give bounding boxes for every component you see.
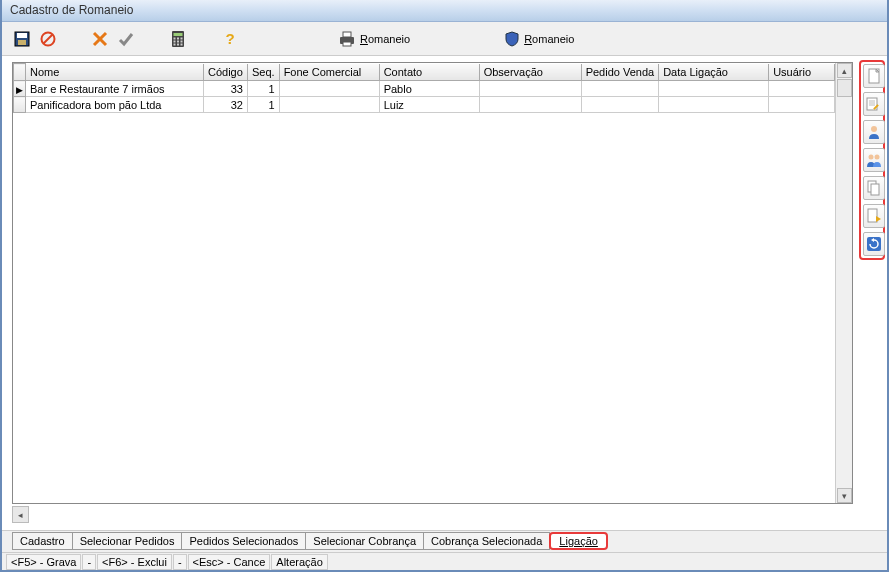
copy-doc-icon — [866, 180, 882, 196]
shield-icon — [504, 31, 520, 47]
help-button[interactable]: ? — [220, 29, 240, 49]
scroll-down-icon[interactable]: ▾ — [837, 488, 852, 503]
svg-rect-15 — [174, 43, 176, 45]
status-esc: <Esc> - Cance — [188, 554, 271, 570]
col-fone[interactable]: Fone Comercial — [279, 64, 379, 81]
svg-point-30 — [875, 155, 880, 160]
col-codigo[interactable]: Código — [204, 64, 248, 81]
svg-rect-13 — [177, 40, 179, 42]
grid-corner — [14, 64, 26, 81]
calculator-button[interactable] — [168, 29, 188, 49]
svg-rect-12 — [174, 40, 176, 42]
confirm-button[interactable] — [116, 29, 136, 49]
tab-cobranca-selecionada[interactable]: Cobrança Selecionada — [423, 532, 550, 550]
tab-selecionar-cobranca[interactable]: Selecionar Cobrança — [305, 532, 424, 550]
horizontal-scrollbar[interactable]: ◂ — [12, 506, 853, 524]
data-grid[interactable]: Nome Código Seq. Fone Comercial Contato … — [12, 62, 853, 504]
cell-fone[interactable] — [279, 81, 379, 97]
scroll-thumb[interactable] — [837, 79, 852, 97]
refresh-button[interactable] — [863, 232, 885, 256]
col-pedido[interactable]: Pedido Venda — [581, 64, 659, 81]
export-doc-icon — [866, 208, 882, 224]
cell-usuario[interactable] — [769, 97, 835, 113]
window-titlebar: Cadastro de Romaneio — [2, 0, 887, 22]
status-f5: <F5> - Grava — [6, 554, 81, 570]
bottom-tabs: Cadastro Selecionar Pedidos Pedidos Sele… — [2, 530, 887, 552]
cell-contato[interactable]: Luiz — [379, 97, 479, 113]
save-button[interactable] — [12, 29, 32, 49]
svg-marker-34 — [876, 216, 881, 222]
cell-seq[interactable]: 1 — [248, 81, 280, 97]
svg-rect-1 — [17, 33, 27, 38]
copy-doc-button[interactable] — [863, 176, 885, 200]
tab-pedidos-selecionados[interactable]: Pedidos Selecionados — [181, 532, 306, 550]
vertical-scrollbar[interactable]: ▴ ▾ — [835, 63, 852, 503]
shield-romaneio-button[interactable]: Romaneio — [498, 29, 580, 49]
svg-rect-11 — [181, 37, 183, 39]
cell-nome[interactable]: Bar e Restaurante 7 irmãos — [26, 81, 204, 97]
delete-button[interactable] — [90, 29, 110, 49]
cell-fone[interactable] — [279, 97, 379, 113]
printer-icon — [338, 31, 356, 47]
tab-cadastro[interactable]: Cadastro — [12, 532, 73, 550]
svg-rect-19 — [343, 32, 351, 37]
table-row[interactable]: Panificadora bom pão Ltda 32 1 Luiz — [14, 97, 835, 113]
users-button[interactable] — [863, 148, 885, 172]
delete-icon — [92, 31, 108, 47]
col-contato[interactable]: Contato — [379, 64, 479, 81]
col-usuario[interactable]: Usuário — [769, 64, 835, 81]
print-romaneio-label: omaneio — [368, 33, 410, 45]
col-obs[interactable]: Observação — [479, 64, 581, 81]
user-icon — [866, 124, 882, 140]
help-icon: ? — [225, 30, 234, 47]
edit-doc-button[interactable] — [863, 92, 885, 116]
scroll-up-icon[interactable]: ▴ — [837, 63, 852, 78]
cell-obs[interactable] — [479, 97, 581, 113]
svg-rect-10 — [177, 37, 179, 39]
user-button[interactable] — [863, 120, 885, 144]
cell-obs[interactable] — [479, 81, 581, 97]
col-nome[interactable]: Nome — [26, 64, 204, 81]
svg-rect-16 — [177, 43, 179, 45]
window-title: Cadastro de Romaneio — [10, 3, 133, 17]
tab-ligacao[interactable]: Ligação — [549, 532, 608, 550]
new-doc-icon — [867, 68, 881, 84]
cell-contato[interactable]: Pablo — [379, 81, 479, 97]
cell-pedido[interactable] — [581, 97, 659, 113]
tab-selecionar-pedidos[interactable]: Selecionar Pedidos — [72, 532, 183, 550]
table-row[interactable]: ▶ Bar e Restaurante 7 irmãos 33 1 Pablo — [14, 81, 835, 97]
svg-rect-14 — [181, 40, 183, 42]
col-data[interactable]: Data Ligação — [659, 64, 769, 81]
right-toolbar-highlight — [859, 60, 885, 260]
cell-codigo[interactable]: 32 — [204, 97, 248, 113]
svg-rect-20 — [343, 42, 351, 46]
calculator-icon — [171, 31, 185, 47]
new-doc-button[interactable] — [863, 64, 885, 88]
cell-data[interactable] — [659, 81, 769, 97]
col-seq[interactable]: Seq. — [248, 64, 280, 81]
cell-data[interactable] — [659, 97, 769, 113]
svg-point-29 — [869, 155, 874, 160]
export-doc-button[interactable] — [863, 204, 885, 228]
grid-header-row: Nome Código Seq. Fone Comercial Contato … — [14, 64, 835, 81]
svg-rect-32 — [871, 184, 879, 195]
svg-rect-2 — [18, 40, 26, 45]
edit-doc-icon — [866, 96, 882, 112]
status-sep: - — [82, 554, 96, 570]
scroll-left-icon[interactable]: ◂ — [12, 506, 29, 523]
cell-usuario[interactable] — [769, 81, 835, 97]
shield-romaneio-label: omaneio — [532, 33, 574, 45]
status-sep: - — [173, 554, 187, 570]
save-icon — [14, 31, 30, 47]
deny-button[interactable] — [38, 29, 58, 49]
refresh-icon — [866, 236, 882, 252]
cell-nome[interactable]: Panificadora bom pão Ltda — [26, 97, 204, 113]
print-romaneio-button[interactable]: Romaneio — [332, 29, 416, 49]
svg-point-28 — [871, 126, 877, 132]
cell-seq[interactable]: 1 — [248, 97, 280, 113]
svg-rect-8 — [174, 33, 183, 36]
cell-pedido[interactable] — [581, 81, 659, 97]
row-indicator: ▶ — [14, 81, 26, 97]
main-toolbar: ? Romaneio Romaneio — [2, 22, 887, 56]
cell-codigo[interactable]: 33 — [204, 81, 248, 97]
